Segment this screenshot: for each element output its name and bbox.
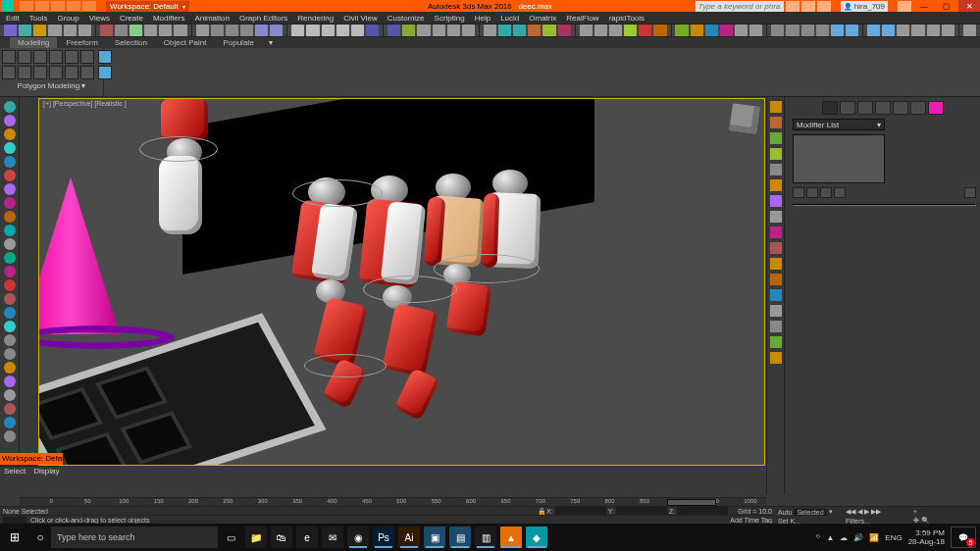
right-strip-icon[interactable] (770, 117, 782, 128)
menu-graph-editors[interactable]: Graph Editors (239, 14, 287, 23)
ribbon-btn[interactable] (80, 50, 94, 64)
toolbar-icon[interactable] (846, 25, 858, 36)
menu-tools[interactable]: Tools (29, 14, 48, 23)
toolbar-icon[interactable] (159, 25, 172, 36)
ribbon-expand-icon[interactable]: ▾ (263, 38, 279, 47)
left-strip-icon[interactable] (4, 376, 16, 387)
menu-lucid[interactable]: Lucid (500, 14, 519, 23)
toolbar-icon[interactable] (594, 25, 607, 36)
right-strip-icon[interactable] (770, 258, 782, 270)
right-strip-icon[interactable] (770, 242, 782, 254)
toolbar-icon[interactable] (402, 25, 415, 36)
menu-omatrix[interactable]: Omatrix (529, 14, 556, 23)
qat-redo-icon[interactable] (82, 1, 96, 11)
toolbar-icon[interactable] (963, 25, 976, 36)
taskbar-app-illust[interactable]: Ai (398, 526, 420, 548)
toolbar-icon[interactable] (4, 25, 17, 36)
toolbar-icon[interactable] (749, 25, 762, 36)
menu-rendering[interactable]: Rendering (297, 14, 334, 23)
toolbar-icon[interactable] (927, 25, 940, 36)
toolbar-icon[interactable] (144, 25, 157, 36)
right-strip-icon[interactable] (770, 336, 782, 348)
left-strip-icon[interactable] (4, 238, 16, 250)
toolbar-icon[interactable] (226, 25, 238, 36)
title-icon-2[interactable] (817, 1, 831, 12)
taskbar-app-app2[interactable]: ▤ (449, 526, 471, 548)
maxscript-mini-listener[interactable] (3, 517, 26, 524)
right-strip-icon[interactable] (770, 101, 782, 113)
time-range-handle[interactable] (667, 499, 716, 506)
menu-group[interactable]: Group (57, 14, 78, 23)
toolbar-icon[interactable] (911, 25, 924, 36)
left-strip-icon[interactable] (4, 211, 16, 223)
toolbar-icon[interactable] (675, 25, 688, 36)
toolbar-icon[interactable] (705, 25, 718, 36)
chevron-down-icon[interactable]: ▾ (829, 508, 833, 516)
toolbar-icon[interactable] (816, 25, 829, 36)
menu-scripting[interactable]: Scripting (435, 14, 465, 23)
left-strip-icon[interactable] (4, 417, 16, 428)
taskbar-app-mail[interactable]: ✉ (322, 526, 343, 548)
menu-animation[interactable]: Animation (194, 14, 230, 23)
signin-button[interactable]: hira_709 (841, 1, 888, 12)
panel-tab-motion[interactable] (875, 101, 891, 115)
taskbar-app-vlc[interactable]: ▲ (500, 526, 522, 548)
toolbar-icon[interactable] (882, 25, 895, 36)
ribbon-btn[interactable] (2, 66, 16, 79)
menu-customize[interactable]: Customize (387, 14, 425, 23)
tray-icon[interactable]: ☁ (840, 533, 848, 542)
menu-rapidtools[interactable]: rapidTools (609, 14, 645, 23)
ribbon-btn[interactable] (2, 50, 16, 64)
toolbar-icon[interactable] (78, 25, 91, 36)
toolbar-icon[interactable] (691, 25, 703, 36)
toolbar-icon[interactable] (528, 25, 541, 36)
toolbar-icon[interactable] (129, 25, 142, 36)
toolbar-icon[interactable] (417, 25, 430, 36)
left-strip-icon[interactable] (4, 170, 16, 181)
toolbar-icon[interactable] (801, 25, 814, 36)
left-strip-icon[interactable] (4, 321, 16, 332)
object-color-swatch[interactable] (928, 101, 944, 115)
tray-icon[interactable]: ᴳ (816, 533, 820, 542)
panel-tab-create[interactable] (822, 101, 838, 115)
coord-y[interactable] (616, 507, 667, 515)
time-slider[interactable]: 0501001502002503003504004505005506006507… (20, 497, 766, 506)
taskbar-app-edge[interactable]: e (296, 526, 318, 548)
menu-views[interactable]: Views (89, 14, 110, 23)
ribbon-tab-object-paint[interactable]: Object Paint (156, 37, 215, 48)
ribbon-btn[interactable] (33, 66, 47, 79)
app-icon[interactable] (2, 0, 14, 12)
modifier-list-dropdown[interactable]: Modifier List ▾ (793, 119, 885, 130)
qat-undo-icon[interactable] (67, 1, 80, 11)
playback-controls[interactable]: ◀◀ ◀ ▶ ▶▶ (846, 508, 881, 516)
toolbar-icon[interactable] (48, 25, 61, 36)
right-strip-icon[interactable] (770, 211, 782, 223)
toolbar-icon[interactable] (33, 25, 46, 36)
toolbar-icon[interactable] (639, 25, 651, 36)
action-center-icon[interactable]: 💬5 (951, 526, 976, 548)
toolbar-icon[interactable] (174, 25, 186, 36)
left-strip-icon[interactable] (4, 279, 16, 291)
toolbar-icon[interactable] (115, 25, 128, 36)
pin-stack-icon[interactable] (793, 187, 804, 198)
ribbon-vbtn[interactable] (98, 50, 112, 64)
taskbar-app-store[interactable]: 🛍 (271, 526, 292, 548)
toolbar-icon[interactable] (196, 25, 209, 36)
help-search-input[interactable] (696, 1, 784, 12)
ribbon-vbtn[interactable] (98, 66, 112, 79)
ribbon-btn[interactable] (65, 66, 78, 79)
toolbar-icon[interactable] (462, 25, 475, 36)
tab-display[interactable]: Display (29, 467, 63, 476)
right-strip-icon[interactable] (770, 226, 782, 238)
panel-tab-utilities[interactable] (910, 101, 926, 115)
toolbar-icon[interactable] (387, 25, 400, 36)
toolbar-icon[interactable] (624, 25, 637, 36)
toolbar-icon[interactable] (653, 25, 666, 36)
ribbon-btn[interactable] (33, 50, 47, 64)
taskbar-app-photoshop[interactable]: Ps (373, 526, 394, 548)
toolbar-icon[interactable] (609, 25, 622, 36)
search-dropdown-icon[interactable] (786, 1, 799, 12)
start-button[interactable]: ⊞ (0, 530, 29, 544)
title-help-icon[interactable] (898, 1, 911, 12)
left-strip-icon[interactable] (4, 183, 16, 195)
